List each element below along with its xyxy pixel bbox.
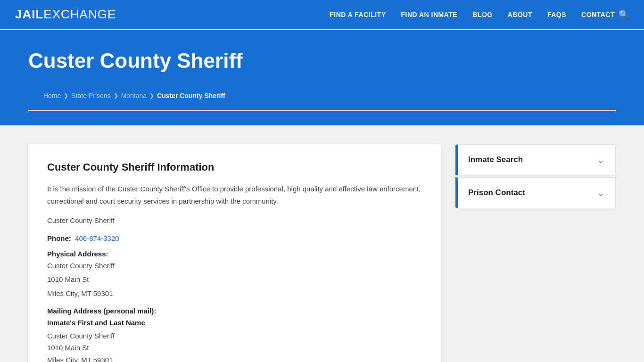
- search-icon[interactable]: 🔍: [619, 9, 629, 20]
- mailing-address-block: Mailing Address (personal mail): Inmate'…: [47, 307, 422, 362]
- inmate-name-label: Inmate's First and Last Name: [47, 317, 422, 329]
- page-title: Custer County Sheriff: [28, 49, 616, 73]
- sidebar-prison-contact-label: Prison Contact: [468, 188, 525, 197]
- nav-about[interactable]: ABOUT: [508, 11, 532, 18]
- phone-line: Phone: 406-874-3320: [47, 234, 422, 242]
- logo-jail: JAIL: [15, 7, 43, 21]
- sidebar: Inmate Search ⌄ Prison Contact ⌄: [455, 144, 616, 362]
- logo-exchange: EXCHANGE: [43, 7, 116, 21]
- physical-address-label: Physical Address:: [47, 250, 108, 258]
- content-heading: Custer County Sheriff Information: [47, 161, 422, 173]
- nav-faqs[interactable]: FAQs: [547, 11, 566, 18]
- mailing-line1: Custer County Sheriff: [47, 330, 422, 342]
- page-body: Custer County Sheriff Information It is …: [0, 125, 644, 362]
- phone-label: Phone:: [47, 234, 71, 242]
- nav-find-inmate[interactable]: FIND AN INMATE: [401, 11, 457, 18]
- mailing-address-label: Mailing Address (personal mail):: [47, 307, 156, 315]
- breadcrumb-sep-3: ❯: [149, 92, 154, 99]
- content-description: It is the mission of the Custer County S…: [47, 183, 422, 207]
- mailing-line3: Miles City, MT 59301: [47, 354, 422, 362]
- site-logo[interactable]: JAILEXCHANGE: [15, 7, 116, 22]
- sidebar-inmate-search-label: Inmate Search: [468, 155, 523, 165]
- breadcrumb: Home ❯ State Prisons ❯ Montana ❯ Custer …: [28, 81, 616, 111]
- physical-address-line1: Custer County Sheriff: [47, 260, 422, 272]
- breadcrumb-current: Custer County Sheriff: [157, 92, 225, 99]
- breadcrumb-home[interactable]: Home: [43, 92, 61, 99]
- breadcrumb-sep-2: ❯: [114, 92, 118, 99]
- nav-blog[interactable]: BLOG: [472, 11, 492, 18]
- nav-links: FIND A FACILITY FIND AN INMATE BLOG ABOU…: [330, 10, 615, 18]
- nav-contact[interactable]: CONTACT: [581, 11, 615, 18]
- breadcrumb-state-prisons[interactable]: State Prisons: [71, 92, 110, 99]
- physical-address-block: Physical Address: Custer County Sheriff …: [47, 250, 422, 300]
- breadcrumb-montana[interactable]: Montana: [121, 92, 147, 99]
- navbar: JAILEXCHANGE FIND A FACILITY FIND AN INM…: [0, 0, 644, 30]
- chevron-down-icon-2: ⌄: [597, 187, 605, 198]
- facility-name: Custer County Sheriff: [47, 214, 422, 227]
- sidebar-item-inmate-search[interactable]: Inmate Search ⌄: [455, 144, 616, 175]
- physical-address-line2: 1010 Main St: [47, 273, 422, 286]
- breadcrumb-sep-1: ❯: [64, 92, 68, 99]
- mailing-line2: 1010 Main St: [47, 342, 422, 354]
- nav-find-facility[interactable]: FIND A FACILITY: [330, 11, 386, 18]
- main-content: Custer County Sheriff Information It is …: [28, 144, 441, 362]
- hero-section: Custer County Sheriff Home ❯ State Priso…: [0, 30, 644, 125]
- phone-number[interactable]: 406-874-3320: [75, 234, 119, 242]
- chevron-down-icon: ⌄: [597, 154, 605, 165]
- physical-address-line3: Miles City, MT 59301: [47, 288, 422, 300]
- sidebar-item-prison-contact[interactable]: Prison Contact ⌄: [455, 177, 616, 208]
